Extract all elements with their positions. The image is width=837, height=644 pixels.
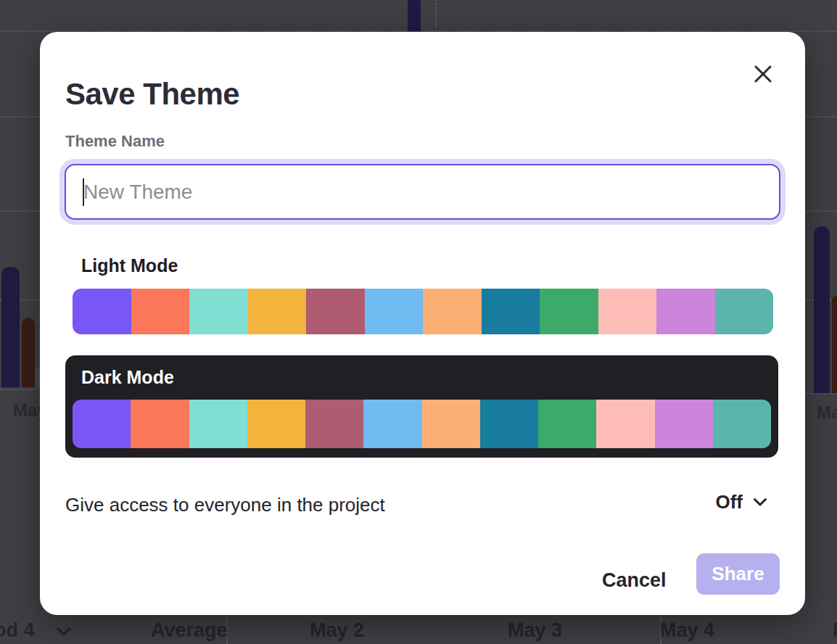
color-swatch — [482, 289, 540, 334]
cancel-button[interactable]: Cancel — [602, 562, 667, 599]
save-theme-dialog: Save Theme Theme Name Light Mode Dark Mo… — [40, 32, 805, 615]
color-swatch — [422, 400, 480, 448]
column-header-may5: May 5 — [833, 619, 837, 642]
chart-bar — [832, 296, 837, 393]
period-label: od 4 — [0, 619, 35, 641]
color-swatch — [247, 400, 305, 448]
color-swatch — [596, 400, 654, 448]
chart-bar — [408, 0, 421, 31]
chart-bar — [22, 318, 35, 387]
gridline-vertical — [435, 0, 437, 31]
color-swatch — [365, 289, 424, 334]
color-swatch — [189, 289, 248, 334]
color-swatch — [363, 400, 421, 448]
color-swatch — [598, 289, 657, 334]
column-header-may2: May 2 — [310, 619, 364, 642]
theme-name-label: Theme Name — [65, 132, 165, 151]
period-selector[interactable]: od 4 — [0, 619, 72, 642]
x-axis-label-right: May — [817, 402, 837, 423]
color-swatch — [480, 400, 538, 448]
share-access-value: Off — [715, 491, 743, 513]
column-header-may3: May 3 — [508, 619, 562, 642]
dark-mode-palette[interactable] — [73, 400, 771, 448]
color-swatch — [713, 400, 771, 448]
chevron-down-icon — [753, 498, 767, 507]
color-swatch — [189, 400, 247, 448]
share-access-label: Give access to everyone in the project — [65, 494, 385, 516]
color-swatch — [305, 400, 363, 448]
column-header-may4: May 4 — [660, 619, 714, 642]
chart-bar — [814, 226, 830, 393]
close-icon[interactable] — [750, 61, 776, 87]
color-swatch — [306, 289, 365, 334]
share-button[interactable]: Share — [696, 553, 780, 595]
dark-mode-label: Dark Mode — [81, 367, 174, 388]
dark-mode-card: Dark Mode — [65, 355, 778, 458]
color-swatch — [131, 289, 190, 334]
color-swatch — [73, 400, 131, 448]
color-swatch — [538, 400, 596, 448]
dialog-title: Save Theme — [65, 77, 239, 112]
color-swatch — [715, 289, 774, 334]
screen: May May od 4 Average May 2 May 3 May 4 M… — [0, 0, 837, 644]
theme-name-input[interactable] — [65, 164, 780, 220]
share-access-dropdown[interactable]: Off — [715, 491, 767, 513]
chart-bar — [1, 267, 20, 387]
color-swatch — [423, 289, 482, 334]
chevron-down-icon — [56, 627, 72, 637]
color-swatch — [540, 289, 598, 334]
light-mode-label: Light Mode — [81, 255, 178, 276]
color-swatch — [656, 289, 715, 334]
axis-baseline-left — [0, 389, 44, 390]
text-cursor — [83, 178, 84, 206]
column-header-average: Average — [151, 619, 228, 642]
color-swatch — [131, 400, 189, 448]
color-swatch — [248, 289, 307, 334]
color-swatch — [655, 400, 713, 448]
light-mode-palette[interactable] — [73, 289, 773, 334]
color-swatch — [73, 289, 131, 334]
